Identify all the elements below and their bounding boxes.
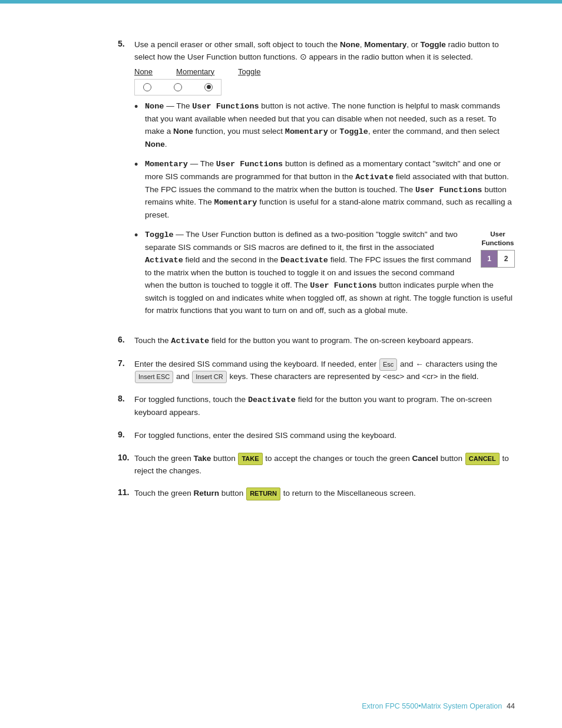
toggle-term: Toggle	[145, 230, 174, 239]
bullet-text-toggle: UserFunctions 1 2 Toggle — The User Func…	[145, 229, 515, 317]
step-5: 5. Use a pencil eraser or other small, s…	[118, 39, 515, 324]
user-functions-ref3: User Functions	[415, 186, 482, 195]
activate-ref3: Activate	[171, 337, 209, 345]
bullet-text-momentary: Momentary — The User Functions button is…	[145, 158, 515, 222]
step-number-9: 9.	[118, 430, 130, 439]
toggle-ref1: Toggle	[339, 127, 368, 136]
bullet-dot-toggle: •	[134, 229, 140, 242]
step-number-11: 11.	[118, 487, 130, 497]
uf-buttons-row: 1 2	[481, 250, 515, 268]
cancel-button[interactable]: CANCEL	[465, 453, 500, 465]
step-content-5: Use a pencil eraser or other small, soft…	[134, 39, 515, 324]
user-functions-ref1: User Functions	[192, 102, 259, 111]
bullet-dot-none: •	[134, 100, 140, 114]
return-label: Return	[194, 489, 220, 498]
step-content-9: For toggled functions, enter the desired…	[134, 430, 515, 442]
uf-btn-1: 1	[481, 251, 498, 267]
radio-toggle[interactable]	[204, 83, 213, 91]
page-footer: Extron FPC 5500 • Matrix System Operatio…	[0, 702, 562, 710]
step-8: 8. For toggled functions, touch the Deac…	[118, 394, 515, 419]
footer-section: Matrix System Operation	[421, 702, 503, 710]
step-content-10: Touch the green Take button TAKE to acce…	[134, 453, 515, 477]
momentary-label-inline: Momentary	[364, 40, 406, 49]
bullet-dot-momentary: •	[134, 158, 140, 172]
bullet-none: • None — The User Functions button is no…	[134, 100, 515, 151]
step-number-10: 10.	[118, 453, 130, 462]
step-content-6: Touch the Activate field for the button …	[134, 335, 515, 348]
radio-momentary[interactable]	[174, 83, 182, 91]
radio-label-toggle: Toggle	[238, 66, 260, 78]
none-ref2: None	[173, 127, 193, 136]
take-label: Take	[194, 454, 211, 463]
footer-page: 44	[507, 702, 515, 710]
user-functions-visual: UserFunctions 1 2	[481, 230, 515, 268]
step5-intro: Use a pencil eraser or other small, soft…	[134, 39, 515, 64]
momentary-ref2: Momentary	[214, 198, 257, 207]
deactivate-ref2: Deactivate	[248, 396, 296, 404]
none-ref3: None	[145, 140, 165, 149]
step-number-5: 5.	[118, 39, 130, 48]
radio-labels: None Momentary Toggle	[134, 66, 515, 78]
step-6: 6. Touch the Activate field for the butt…	[118, 335, 515, 348]
return-button[interactable]: RETURN	[246, 487, 280, 500]
take-button[interactable]: TAKE	[238, 453, 262, 465]
esc-key: Esc	[379, 358, 397, 371]
step-10: 10. Touch the green Take button TAKE to …	[118, 453, 515, 477]
step-content-7: Enter the desired SIS command using the …	[134, 358, 515, 383]
radio-buttons-row[interactable]	[134, 79, 222, 95]
uf-btn-2: 2	[498, 251, 514, 267]
step-number-6: 6.	[118, 335, 130, 344]
step-content-11: Touch the green Return button RETURN to …	[134, 487, 515, 500]
step-9: 9. For toggled functions, enter the desi…	[118, 430, 515, 442]
user-functions-aside: UserFunctions 1 2	[481, 230, 515, 268]
step-7: 7. Enter the desired SIS command using t…	[118, 358, 515, 383]
bullet-toggle: • UserFunctions 1 2 Toggle — The Us	[134, 229, 515, 317]
radio-none[interactable]	[143, 83, 151, 91]
momentary-term: Momentary	[145, 160, 188, 169]
user-functions-ref2: User Functions	[216, 160, 283, 169]
bullet-text-none: None — The User Functions button is not …	[145, 100, 515, 151]
step-number-8: 8.	[118, 394, 130, 403]
toggle-label-inline: Toggle	[420, 40, 445, 49]
page-content: 5. Use a pencil eraser or other small, s…	[0, 4, 562, 546]
cancel-label: Cancel	[412, 454, 438, 463]
insert-esc-key: Insert ESC	[135, 371, 173, 383]
none-term: None	[145, 102, 164, 111]
momentary-ref1: Momentary	[285, 127, 328, 136]
radio-label-none: None	[134, 66, 153, 78]
none-label: None	[340, 40, 360, 49]
user-functions-visual-label: UserFunctions	[482, 230, 514, 248]
deactivate-ref1: Deactivate	[280, 256, 328, 265]
insert-cr-key: Insert CR	[192, 371, 226, 383]
step-content-8: For toggled functions, touch the Deactiv…	[134, 394, 515, 419]
bullet-momentary: • Momentary — The User Functions button …	[134, 158, 515, 222]
step-number-7: 7.	[118, 358, 130, 368]
activate-ref2: Activate	[145, 256, 183, 265]
step-11: 11. Touch the green Return button RETURN…	[118, 487, 515, 500]
bullet-list: • None — The User Functions button is no…	[134, 100, 515, 317]
radio-label-momentary: Momentary	[176, 66, 214, 78]
activate-ref1: Activate	[355, 173, 394, 182]
user-functions-ref4: User Functions	[310, 281, 376, 290]
footer-brand: Extron FPC 5500	[362, 702, 418, 710]
